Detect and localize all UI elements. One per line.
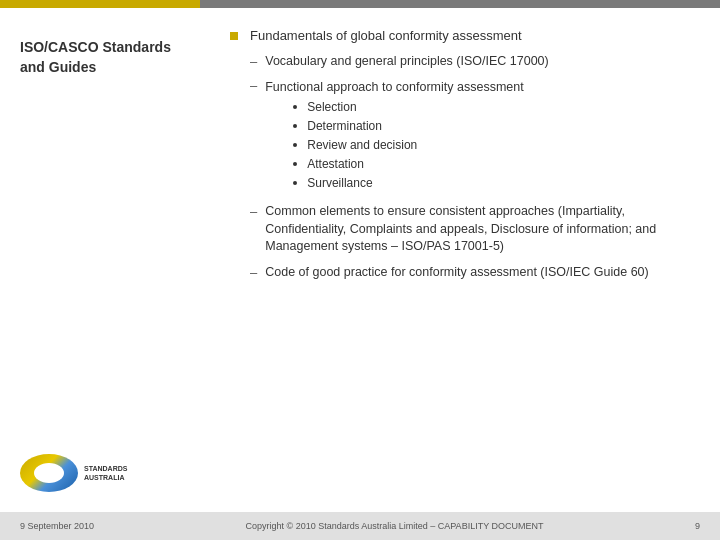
dot-icon-3 <box>293 143 297 147</box>
top-bar <box>0 0 720 8</box>
dot-icon-5 <box>293 181 297 185</box>
sub-item-3-text: Common elements to ensure consistent app… <box>265 203 690 256</box>
sub-item-2-content: Functional approach to conformity assess… <box>265 77 523 196</box>
dot-item-selection: Selection <box>293 100 523 114</box>
sub-item-4-text: Code of good practice for conformity ass… <box>265 264 649 282</box>
footer: 9 September 2010 Copyright © 2010 Standa… <box>0 512 720 540</box>
dot-icon-4 <box>293 162 297 166</box>
dot-text-surveillance: Surveillance <box>307 176 372 190</box>
dot-text-review: Review and decision <box>307 138 417 152</box>
dot-item-determination: Determination <box>293 119 523 133</box>
top-bar-gold <box>0 0 200 8</box>
dot-text-attestation: Attestation <box>307 157 364 171</box>
dot-item-surveillance: Surveillance <box>293 176 523 190</box>
sub-item-1: – Vocabulary and general principles (ISO… <box>250 53 690 71</box>
dot-icon-2 <box>293 124 297 128</box>
dot-icon-1 <box>293 105 297 109</box>
sub-item-1-text: Vocabulary and general principles (ISO/I… <box>265 53 549 71</box>
footer-date: 9 September 2010 <box>20 521 94 531</box>
logo-text: STANDARDSAUSTRALIA <box>84 464 127 482</box>
main-content: ISO/CASCO Standards and Guides STANDARDS… <box>0 8 720 512</box>
sub-item-3: – Common elements to ensure consistent a… <box>250 203 690 256</box>
sidebar-logo: STANDARDSAUSTRALIA <box>20 454 180 492</box>
logo-inner <box>34 463 64 483</box>
sub-item-2: – Functional approach to conformity asse… <box>250 77 690 196</box>
slide: ISO/CASCO Standards and Guides STANDARDS… <box>0 0 720 540</box>
footer-copyright: Copyright © 2010 Standards Australia Lim… <box>246 521 544 531</box>
footer-page-number: 9 <box>695 521 700 531</box>
dot-text-selection: Selection <box>307 100 356 114</box>
main-bullet: Fundamentals of global conformity assess… <box>230 28 690 43</box>
logo-ellipse <box>20 454 78 492</box>
sub-item-4: – Code of good practice for conformity a… <box>250 264 690 282</box>
content-area: Fundamentals of global conformity assess… <box>200 8 720 512</box>
dash-icon-1: – <box>250 54 257 69</box>
dot-item-review: Review and decision <box>293 138 523 152</box>
sidebar-title: ISO/CASCO Standards and Guides <box>20 38 180 77</box>
sidebar: ISO/CASCO Standards and Guides STANDARDS… <box>0 8 200 512</box>
main-bullet-text: Fundamentals of global conformity assess… <box>250 28 522 43</box>
dot-text-determination: Determination <box>307 119 382 133</box>
sub-item-2-text: Functional approach to conformity assess… <box>265 80 523 94</box>
bullet-square-icon <box>230 32 238 40</box>
dash-icon-4: – <box>250 265 257 280</box>
dash-icon-3: – <box>250 204 257 219</box>
dash-icon-2: – <box>250 78 257 93</box>
dot-item-attestation: Attestation <box>293 157 523 171</box>
sub-sub-items: Selection Determination Review and decis… <box>293 100 523 190</box>
top-bar-gray <box>200 0 720 8</box>
sub-items-list: – Vocabulary and general principles (ISO… <box>250 53 690 281</box>
